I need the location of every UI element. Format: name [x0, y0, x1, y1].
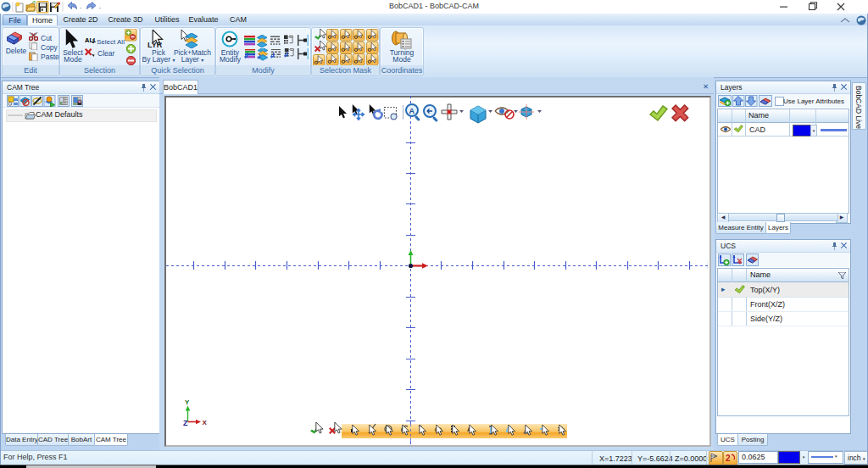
svg-text:ALL: ALL	[85, 36, 96, 44]
svg-text:A: A	[409, 107, 415, 115]
svg-text:Y: Y	[185, 398, 190, 406]
svg-text:2: 2	[726, 454, 731, 463]
svg-text:X: X	[203, 419, 208, 426]
svg-text:Z: Z	[183, 419, 188, 427]
